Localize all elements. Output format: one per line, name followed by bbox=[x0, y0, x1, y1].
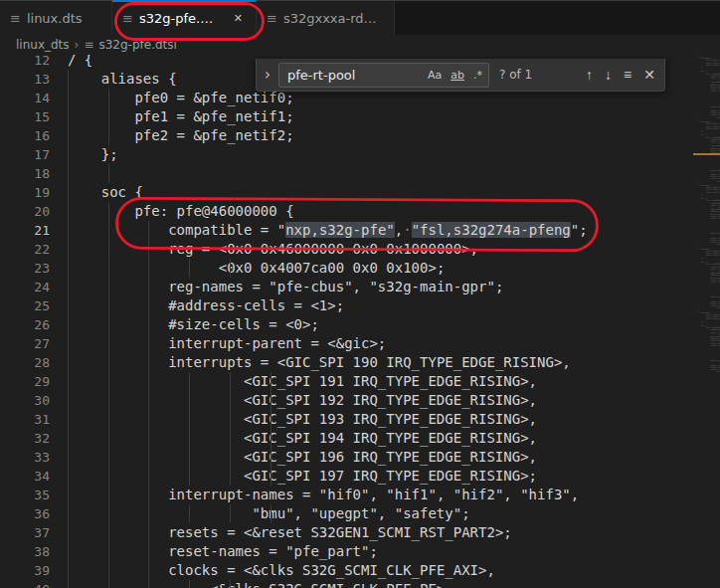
code-line[interactable]: 34 <GIC_SPI 197 IRQ_TYPE_EDGE_RISING>; bbox=[0, 467, 720, 486]
indent-guide bbox=[148, 278, 149, 296]
indent-guide bbox=[68, 372, 69, 391]
indent-guide bbox=[148, 410, 149, 429]
find-previous-button[interactable]: ↑ bbox=[583, 66, 596, 84]
code-line[interactable]: 25 #address-cells = <1>; bbox=[0, 296, 720, 315]
code-text: clocks = <&clks S32G_SCMI_CLK_PFE_AXI>, bbox=[68, 561, 720, 580]
code-line[interactable]: 18 bbox=[0, 164, 720, 183]
indent-guide bbox=[189, 504, 190, 523]
line-number: 15 bbox=[0, 107, 50, 126]
indent-guide bbox=[189, 429, 190, 448]
minimap-code: / { aliases { pfe0 = &pfe_netif0; pfe1 =… bbox=[693, 55, 720, 372]
code-line[interactable]: 39 clocks = <&clks S32G_SCMI_CLK_PFE_AXI… bbox=[0, 561, 720, 580]
tab-s32gxxxa-rdb-dtsi[interactable]: ≡s32gxxxa-rdb.dtsi bbox=[257, 1, 395, 35]
code-text: <GIC_SPI 194 IRQ_TYPE_EDGE_RISING>, bbox=[68, 429, 720, 448]
code-line[interactable]: 37 resets = <&reset S32GEN1_SCMI_RST_PAR… bbox=[0, 523, 720, 542]
code-line[interactable]: 27 interrupt-parent = <&gic>; bbox=[0, 334, 720, 353]
code-line[interactable]: 38 reset-names = "pfe_part"; bbox=[0, 542, 720, 561]
breadcrumb: linux_dts › ≡ s32g-pfe.dtsi bbox=[0, 35, 720, 55]
search-input[interactable]: pfe-rt-pool Aa ab .* bbox=[278, 63, 489, 88]
code-cell: #address-cells = <1>; bbox=[68, 296, 720, 315]
code-text: }; bbox=[68, 145, 720, 164]
breadcrumb-folder[interactable]: linux_dts bbox=[16, 38, 70, 52]
indent-guide bbox=[148, 523, 149, 542]
code-cell: pfe1 = &pfe_netif1; bbox=[68, 107, 720, 126]
close-icon[interactable]: ✕ bbox=[231, 11, 246, 26]
editor[interactable]: 12/ {13 aliases {14 pfe0 = &pfe_netif0;1… bbox=[0, 55, 720, 588]
indent-guide bbox=[230, 448, 231, 467]
code-cell: interrupts = <GIC_SPI 190 IRQ_TYPE_EDGE_… bbox=[68, 353, 720, 372]
indent-guide bbox=[270, 467, 271, 486]
indent-guide bbox=[68, 145, 69, 164]
code-line[interactable]: 31 <GIC_SPI 193 IRQ_TYPE_EDGE_RISING>, bbox=[0, 410, 720, 429]
minimap[interactable]: / { aliases { pfe0 = &pfe_netif0; pfe1 =… bbox=[693, 55, 720, 588]
indent-guide bbox=[68, 542, 69, 561]
tab-s32g-pfe-dtsi[interactable]: ≡s32g-pfe.dtsi✕ bbox=[112, 1, 257, 35]
code-text: <GIC_SPI 196 IRQ_TYPE_EDGE_RISING>, bbox=[68, 448, 720, 467]
code-cell: <GIC_SPI 193 IRQ_TYPE_EDGE_RISING>, bbox=[68, 410, 720, 429]
line-number: 31 bbox=[0, 410, 50, 429]
code-line[interactable]: 28 interrupts = <GIC_SPI 190 IRQ_TYPE_ED… bbox=[0, 353, 720, 372]
code-line[interactable]: 40 <&clks S32G_SCMI_CLK_PFE_PE> bbox=[0, 580, 720, 588]
indent-guide bbox=[68, 448, 69, 467]
find-close-icon[interactable]: ✕ bbox=[640, 66, 658, 84]
code-line[interactable]: 19 soc { bbox=[0, 183, 720, 202]
breadcrumb-file[interactable]: s32g-pfe.dtsi bbox=[98, 38, 176, 52]
code-line[interactable]: 24 reg-names = "pfe-cbus", "s32g-main-gp… bbox=[0, 278, 720, 296]
find-in-selection-icon[interactable]: ≡ bbox=[621, 66, 634, 84]
indent-guide bbox=[230, 467, 231, 486]
code-line[interactable]: 29 <GIC_SPI 191 IRQ_TYPE_EDGE_RISING>, bbox=[0, 372, 720, 391]
indent-guide bbox=[68, 126, 69, 145]
indent-guide bbox=[108, 278, 109, 296]
find-expand-chevron-icon[interactable]: › bbox=[263, 68, 272, 83]
code-text: interrupt-parent = <&gic>; bbox=[68, 334, 720, 353]
code-line[interactable]: 26 #size-cells = <0>; bbox=[0, 315, 720, 334]
indent-guide bbox=[270, 448, 271, 467]
tab-linux-dts[interactable]: ≡linux.dts bbox=[0, 1, 112, 35]
whole-word-icon[interactable]: ab bbox=[449, 68, 466, 83]
code-cell: soc { bbox=[68, 183, 720, 202]
code-line[interactable]: 32 <GIC_SPI 194 IRQ_TYPE_EDGE_RISING>, bbox=[0, 429, 720, 448]
line-number: 13 bbox=[0, 70, 50, 89]
indent-guide bbox=[68, 259, 69, 278]
indent-guide bbox=[68, 89, 69, 107]
code-line[interactable]: 36 "bmu", "upegpt", "safety"; bbox=[0, 504, 720, 523]
code-line[interactable]: 21 compatible = "nxp,s32g-pfe",·"fsl,s32… bbox=[0, 221, 720, 240]
code-line[interactable]: 23 <0x0 0x4007ca00 0x0 0x100>; bbox=[0, 259, 720, 278]
indent-guide bbox=[68, 296, 69, 315]
indent-guide bbox=[270, 504, 271, 523]
file-icon: ≡ bbox=[84, 38, 93, 52]
regex-icon[interactable]: .* bbox=[471, 68, 484, 83]
chevron-right-icon: › bbox=[75, 38, 80, 52]
code-line[interactable]: 20 pfe: pfe@46000000 { bbox=[0, 202, 720, 221]
indent-guide bbox=[108, 315, 109, 334]
find-results-count: ? of 1 bbox=[499, 68, 532, 82]
tab-bar-empty-space bbox=[395, 1, 720, 35]
code-cell: <GIC_SPI 194 IRQ_TYPE_EDGE_RISING>, bbox=[68, 429, 720, 448]
code-cell: <&clks S32G_SCMI_CLK_PFE_PE> bbox=[68, 580, 720, 588]
code-line[interactable]: 17 }; bbox=[0, 145, 720, 164]
code-lines: 12/ {13 aliases {14 pfe0 = &pfe_netif0;1… bbox=[0, 55, 720, 588]
code-text: <GIC_SPI 193 IRQ_TYPE_EDGE_RISING>, bbox=[68, 410, 720, 429]
find-widget: › pfe-rt-pool Aa ab .* ? of 1 ↑ ↓ ≡ ✕ bbox=[256, 59, 665, 92]
code-line[interactable]: 30 <GIC_SPI 192 IRQ_TYPE_EDGE_RISING>, bbox=[0, 391, 720, 410]
indent-guide bbox=[68, 429, 69, 448]
match-case-icon[interactable]: Aa bbox=[426, 68, 444, 83]
line-number: 26 bbox=[0, 315, 50, 334]
indent-guide bbox=[108, 240, 109, 259]
indent-guide bbox=[189, 410, 190, 429]
code-line[interactable]: 22 reg = <0x0 0x46000000 0x0 0x1000000>, bbox=[0, 240, 720, 259]
indent-guide bbox=[270, 429, 271, 448]
indent-guide bbox=[270, 391, 271, 410]
code-line[interactable]: 35 interrupt-names = "hif0", "hif1", "hi… bbox=[0, 486, 720, 504]
find-next-button[interactable]: ↓ bbox=[602, 66, 615, 84]
indent-guide bbox=[108, 486, 109, 504]
indent-guide bbox=[148, 448, 149, 467]
code-line[interactable]: 16 pfe2 = &pfe_netif2; bbox=[0, 126, 720, 145]
indent-guide bbox=[148, 296, 149, 315]
code-line[interactable]: 33 <GIC_SPI 196 IRQ_TYPE_EDGE_RISING>, bbox=[0, 448, 720, 467]
indent-guide bbox=[230, 372, 231, 391]
code-cell: #size-cells = <0>; bbox=[68, 315, 720, 334]
file-icon: ≡ bbox=[122, 11, 133, 26]
indent-guide bbox=[68, 523, 69, 542]
code-line[interactable]: 15 pfe1 = &pfe_netif1; bbox=[0, 107, 720, 126]
